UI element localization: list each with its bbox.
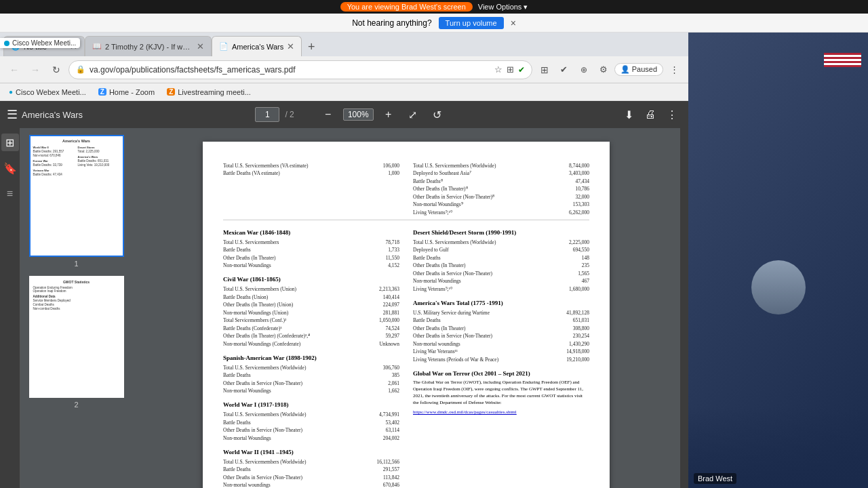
settings-button[interactable]: ⚙ [595, 61, 612, 79]
mexican-war-title: Mexican War (1846-1848) [223, 228, 399, 237]
pdf-toolbar-right: ⬇ 🖨 ⋮ [619, 105, 682, 124]
pdf-thumbnails-button[interactable]: ⊞ [1, 134, 19, 151]
shield-icon: ✔ [518, 65, 525, 75]
pdf-toolbar-left: ☰ America's Wars [7, 107, 83, 122]
pdf-scrollbar[interactable] [680, 128, 688, 488]
pdf-thumb-image-1: America's Wars World War II Battle Death… [29, 135, 124, 257]
cisco-bookmark-icon: ● [9, 88, 13, 96]
audio-prompt: Not hearing anything? [352, 18, 431, 28]
shield-check-button[interactable]: ✔ [555, 61, 573, 79]
tab-close-2[interactable]: ✕ [197, 41, 204, 52]
close-audio-banner-button[interactable]: × [511, 18, 516, 28]
video-panel: Brad West [688, 33, 868, 488]
pdf-thumbnail-2[interactable]: GWOT Statistics Operation Enduring Freed… [29, 276, 124, 409]
participant-name-label: Brad West [694, 473, 736, 484]
pdf-sidebar-icons: ⊞ 🔖 ≡ [0, 128, 20, 488]
pdf-annotations-button[interactable]: ≡ [1, 185, 19, 203]
paused-badge[interactable]: 👤 Paused [614, 63, 663, 76]
screen-share-banner: You are viewing Brad West's screen View … [0, 0, 868, 14]
url-text: va.gov/opa/publications/factsheets/fs_am… [90, 65, 490, 75]
gwot-title: Global War on Terror (Oct 2001 – Sept 20… [413, 369, 589, 378]
pdf-thumb-label-2: 2 [74, 401, 78, 409]
turn-up-volume-button[interactable]: Turn up volume [439, 17, 504, 29]
americas-wars-total-title: America's Wars Total (1775 -1991) [413, 299, 589, 308]
back-button[interactable]: ← [5, 61, 23, 79]
extensions-icon[interactable]: ⊞ [507, 64, 514, 75]
audio-banner: Not hearing anything? Turn up volume × [0, 14, 868, 33]
ww1-title: World War I (1917-1918) [223, 401, 399, 409]
pdf-thumb-label-1: 1 [74, 260, 78, 268]
more-options-button[interactable]: ⋮ [665, 61, 683, 79]
tab-bar: 🌐 No title ✕ 📖 2 Timothy 2 (KJV) - If we… [0, 33, 688, 56]
ww2-title: World War II (1941 –1945) [223, 448, 399, 457]
pdf-thumbnails-panel: America's Wars World War II Battle Death… [20, 128, 132, 488]
browser-toolbar: ← → ↻ 🔒 va.gov/opa/publications/factshee… [0, 56, 688, 83]
pdf-page-content: Total U.S. Servicemembers (VA estimate)1… [203, 142, 610, 488]
pdf-page-separator: / 2 [285, 110, 294, 119]
desert-storm-title: Desert Shield/Desert Storm (1990-1991) [413, 228, 589, 237]
tab-timothy[interactable]: 📖 2 Timothy 2 (KJV) - If we suffe... ✕ [85, 36, 212, 56]
lock-icon: 🔒 [76, 65, 85, 74]
pdf-rotate-button[interactable]: ↺ [428, 105, 447, 124]
bookmark-livestreaming[interactable]: Z Livestreaming meeti... [163, 87, 254, 97]
cisco-icon [4, 41, 9, 46]
forward-button[interactable]: → [26, 61, 44, 79]
zoom-bookmark-icon: Z [98, 88, 106, 96]
pdf-zoom-level: 100% [343, 108, 374, 121]
tab-favicon-3: 📄 [219, 42, 229, 51]
gwot-link[interactable]: https://www.dmdc.osd.mil/dcas/pages/casu… [413, 409, 517, 415]
address-bar[interactable]: 🔒 va.gov/opa/publications/factsheets/fs_… [68, 60, 532, 79]
tab-americas-wars[interactable]: 📄 America's Wars ✕ [212, 36, 302, 56]
bookmark-cisco[interactable]: ● Cisco Webex Meeti... [5, 87, 90, 97]
video-background [688, 33, 868, 488]
pdf-page-input[interactable] [255, 107, 279, 122]
person-head [751, 260, 806, 314]
new-tab-button[interactable]: + [302, 37, 321, 56]
pdf-menu-button[interactable]: ☰ [7, 107, 18, 122]
star-icon[interactable]: ☆ [494, 64, 502, 75]
pdf-thumb-image-2: GWOT Statistics Operation Enduring Freed… [29, 276, 124, 398]
flag-decoration [824, 53, 861, 73]
extensions-button[interactable]: ⊞ [536, 61, 553, 79]
pdf-fit-button[interactable]: ⤢ [403, 105, 422, 124]
pdf-toolbar: ☰ America's Wars / 2 − 100% + ⤢ ↺ ⬇ 🖨 ⋮ [0, 101, 688, 128]
pdf-thumbnail-1[interactable]: America's Wars World War II Battle Death… [29, 135, 124, 268]
bookmarks-bar: ● Cisco Webex Meeti... Z Home - Zoom Z L… [0, 83, 688, 101]
tab-label-2: 2 Timothy 2 (KJV) - If we suffe... [105, 43, 193, 51]
bookmark-zoom[interactable]: Z Home - Zoom [95, 87, 158, 97]
tab-label-3: America's Wars [232, 43, 283, 51]
gwot-text: The Global War on Terror (GWOT), includi… [413, 380, 589, 406]
browser-window: 🌐 No title ✕ 📖 2 Timothy 2 (KJV) - If we… [0, 33, 688, 488]
view-options-button[interactable]: View Options ▾ [478, 3, 528, 12]
pdf-zoom-out-button[interactable]: − [319, 105, 338, 124]
toolbar-right: ⊞ ✔ ⊕ ⚙ 👤 Paused ⋮ [536, 61, 683, 79]
pdf-viewer: ☰ America's Wars / 2 − 100% + ⤢ ↺ ⬇ 🖨 ⋮ [0, 101, 688, 488]
cisco-webex-badge: Cisco Webex Meeti... [0, 38, 80, 48]
spanish-american-war-title: Spanish-American War (1898-1902) [223, 354, 399, 363]
livestream-bookmark-icon: Z [167, 88, 175, 96]
tab-favicon-2: 📖 [92, 42, 102, 51]
pdf-bookmarks-button[interactable]: 🔖 [1, 159, 19, 177]
pdf-print-button[interactable]: 🖨 [641, 105, 660, 124]
cisco-label: Cisco Webex Meeti... [12, 39, 76, 47]
video-participant: Brad West [688, 33, 868, 488]
pdf-toolbar-center: / 2 − 100% + ⤢ ↺ [88, 105, 614, 124]
pdf-title: America's Wars [22, 110, 83, 120]
zoom-icon-button[interactable]: ⊕ [575, 61, 593, 79]
pdf-more-button[interactable]: ⋮ [663, 105, 682, 124]
pdf-zoom-in-button[interactable]: + [379, 105, 398, 124]
civil-war-title: Civil War (1861-1865) [223, 275, 399, 284]
profile-icon: 👤 [620, 65, 630, 73]
pdf-main-content[interactable]: Total U.S. Servicemembers (VA estimate)1… [132, 128, 680, 488]
tab-close-3[interactable]: ✕ [287, 41, 294, 52]
pdf-download-button[interactable]: ⬇ [619, 105, 638, 124]
pdf-content-area: ⊞ 🔖 ≡ America's Wars World War II Battle… [0, 128, 688, 488]
screen-share-text: You are viewing Brad West's screen [340, 2, 473, 12]
refresh-button[interactable]: ↻ [47, 61, 65, 79]
